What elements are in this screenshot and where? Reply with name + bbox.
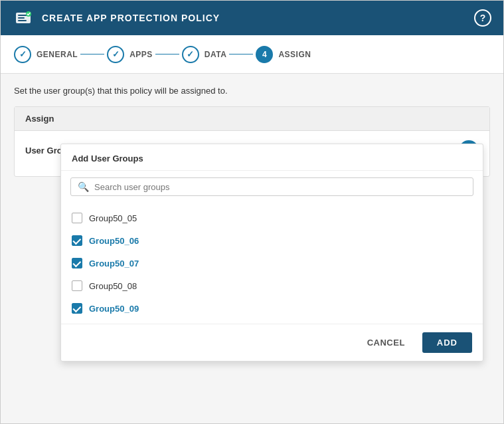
dropdown-footer: CANCEL ADD [61, 324, 483, 361]
list-item[interactable]: Group50_09 [61, 297, 483, 320]
header-title: CREATE APP PROTECTION POLICY [42, 13, 220, 23]
list-item[interactable]: Group50_05 [61, 207, 483, 229]
app-window: CREATE APP PROTECTION POLICY ? ✓ GENERAL… [0, 0, 504, 424]
list-item[interactable]: Group50_07 [61, 252, 483, 274]
help-button[interactable]: ? [474, 9, 491, 27]
step-data[interactable]: ✓ DATA [182, 46, 227, 63]
item-label-group50_07: Group50_07 [89, 259, 139, 268]
search-input[interactable] [94, 182, 466, 192]
step-assign-label: ASSIGN [278, 50, 311, 59]
steps-bar: ✓ GENERAL ✓ APPS ✓ DATA 4 ASSIGN [1, 35, 503, 74]
step-assign-number: 4 [262, 50, 267, 59]
checkbox-group50_07[interactable] [72, 258, 82, 268]
assign-section-header: Assign [15, 107, 489, 131]
step-general-check: ✓ [19, 49, 27, 59]
item-label-group50_09: Group50_09 [89, 304, 139, 314]
add-user-groups-dropdown: Add User Groups 🔍 Group50_05 Group50_06 [60, 144, 483, 362]
description-text: Set the user group(s) that this policy w… [14, 86, 490, 96]
checkbox-group50_05[interactable] [72, 213, 82, 223]
step-connector-3 [229, 54, 253, 54]
step-apps-label: APPS [129, 50, 153, 59]
header-left: CREATE APP PROTECTION POLICY [13, 7, 220, 29]
step-apps-circle: ✓ [107, 46, 124, 63]
list-item[interactable]: Group50_06 [61, 229, 483, 252]
checkbox-group50_09[interactable] [72, 303, 82, 314]
step-assign[interactable]: 4 ASSIGN [256, 46, 311, 63]
dropdown-search-area: 🔍 [61, 171, 483, 203]
checkbox-group50_08[interactable] [72, 280, 82, 291]
main-content: Set the user group(s) that this policy w… [1, 74, 503, 423]
svg-rect-2 [18, 17, 25, 19]
step-assign-circle: 4 [256, 46, 273, 63]
step-connector-2 [155, 54, 179, 54]
item-label-group50_05: Group50_05 [89, 213, 137, 223]
checkbox-group50_06[interactable] [72, 235, 82, 246]
header: CREATE APP PROTECTION POLICY ? [1, 1, 503, 35]
step-general-circle: ✓ [14, 46, 31, 63]
step-general-label: GENERAL [37, 50, 78, 59]
list-item[interactable]: Group50_08 [61, 274, 483, 297]
step-data-circle: ✓ [182, 46, 199, 63]
step-data-label: DATA [205, 50, 227, 59]
item-label-group50_06: Group50_06 [89, 236, 139, 246]
step-connector-1 [80, 54, 104, 54]
cancel-button[interactable]: CANCEL [357, 332, 416, 353]
search-wrapper: 🔍 [70, 177, 473, 196]
add-button[interactable]: ADD [422, 332, 472, 353]
app-icon [13, 7, 34, 29]
step-general[interactable]: ✓ GENERAL [14, 46, 78, 63]
svg-rect-3 [18, 20, 27, 21]
dropdown-list: Group50_05 Group50_06 Group50_07 Group50… [61, 203, 483, 324]
step-apps[interactable]: ✓ APPS [107, 46, 153, 63]
search-icon: 🔍 [78, 181, 89, 192]
step-apps-check: ✓ [112, 49, 120, 59]
item-label-group50_08: Group50_08 [89, 281, 137, 291]
step-data-check: ✓ [187, 49, 194, 59]
dropdown-title: Add User Groups [61, 144, 483, 171]
